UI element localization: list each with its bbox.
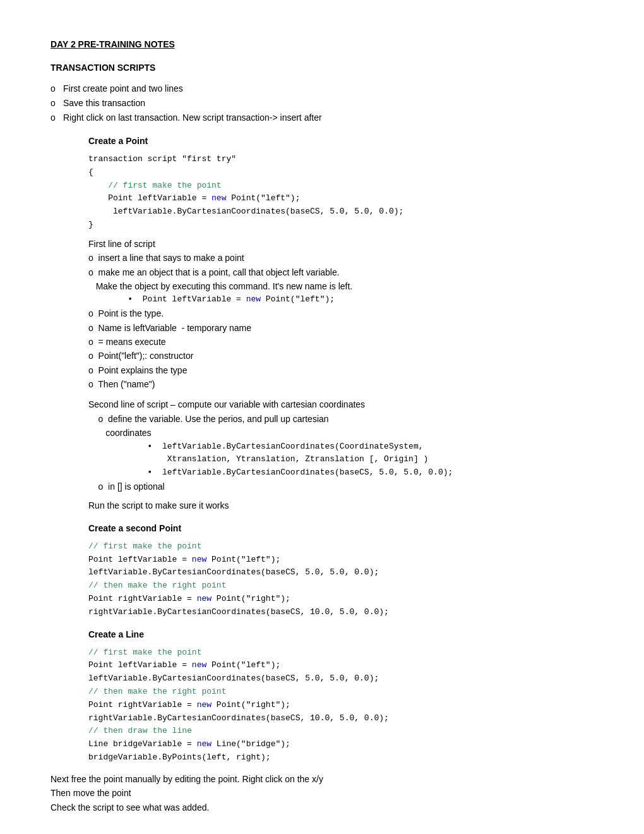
code-comment: // then make the right point: [88, 581, 226, 590]
list-item: Right click on last transaction. New scr…: [51, 111, 593, 124]
section-title: TRANSACTION SCRIPTS: [51, 61, 593, 75]
prose-line: o Point explains the type: [88, 363, 593, 377]
prose-line: o in [] is optional: [88, 480, 593, 493]
code-block-3: // first make the point Point leftVariab…: [88, 646, 593, 764]
footer-line: Next free the point manually by editing …: [51, 772, 593, 786]
code-comment: // first make the point: [88, 648, 201, 657]
code-line: Point leftVariable = new Point("left");: [88, 660, 280, 670]
page-title: DAY 2 PRE-TRAINING NOTES: [51, 38, 593, 51]
prose-line: coordinates: [88, 426, 593, 440]
prose-line: ▪ Point leftVariable = new Point("left")…: [88, 293, 593, 306]
prose-line: o Name is leftVariable - temporary name: [88, 321, 593, 335]
code-line: rightVariable.ByCartesianCoordinates(bas…: [88, 713, 389, 723]
prose-block-2: Second line of script – compute our vari…: [88, 397, 593, 493]
footer-line: Check the script to see what was added.: [51, 801, 593, 814]
prose-line: o insert a line that says to make a poin…: [88, 251, 593, 265]
prose-line: Xtranslation, Ytranslation, Ztranslation…: [88, 453, 593, 466]
prose-line: o = means execute: [88, 335, 593, 349]
prose-line: o Point is the type.: [88, 306, 593, 320]
subsection1-heading: Create a Point: [88, 135, 593, 148]
code-line: Point rightVariable = new Point("right")…: [88, 594, 290, 603]
code-block-2: // first make the point Point leftVariab…: [88, 540, 593, 619]
prose-line: o Then ("name"): [88, 377, 593, 391]
code-line: transaction script "first try": [88, 154, 236, 164]
intro-bullets: First create point and two lines Save th…: [51, 82, 593, 124]
code-line: leftVariable.ByCartesianCoordinates(base…: [88, 567, 379, 577]
list-item: Save this transaction: [51, 97, 593, 110]
subsection2-heading: Create a second Point: [88, 522, 593, 535]
run-script-text: Run the script to make sure it works: [88, 499, 593, 512]
prose-line: Make the object by executing this comman…: [88, 279, 593, 293]
code-line: Point leftVariable = new Point("left");: [88, 555, 280, 564]
code-line: // first make the point: [88, 181, 222, 190]
code-comment: // then draw the line: [88, 726, 192, 735]
list-item: First create point and two lines: [51, 82, 593, 95]
code-line: }: [88, 220, 93, 229]
code-block-1: transaction script "first try" { // firs…: [88, 153, 593, 232]
prose-line: First line of script: [88, 237, 593, 251]
prose-block-1: First line of script o insert a line tha…: [88, 237, 593, 392]
code-line: Point leftVariable = new Point("left");: [88, 193, 300, 203]
code-line: Line bridgeVariable = new Line("bridge")…: [88, 739, 290, 749]
code-line: rightVariable.ByCartesianCoordinates(bas…: [88, 607, 389, 617]
prose-line: Second line of script – compute our vari…: [88, 397, 593, 411]
code-line: leftVariable.ByCartesianCoordinates(base…: [88, 674, 379, 683]
code-line: Point rightVariable = new Point("right")…: [88, 700, 290, 710]
prose-line: ▪ leftVariable.ByCartesianCoordinates(Co…: [88, 440, 593, 454]
code-line: bridgeVariable.ByPoints(left, right);: [88, 752, 271, 762]
prose-line: o Point("left");: constructor: [88, 349, 593, 363]
code-line: {: [88, 167, 93, 177]
footer-text: Next free the point manually by editing …: [51, 772, 593, 814]
page-container: DAY 2 PRE-TRAINING NOTES TRANSACTION SCR…: [51, 38, 593, 814]
prose-line: ▪ leftVariable.ByCartesianCoordinates(ba…: [88, 466, 593, 480]
code-comment: // first make the point: [88, 541, 201, 551]
prose-line: o define the variable. Use the perios, a…: [88, 412, 593, 426]
code-line: leftVariable.ByCartesianCoordinates(base…: [88, 207, 403, 216]
subsection3-heading: Create a Line: [88, 628, 593, 641]
prose-line: o make me an object that is a point, cal…: [88, 265, 593, 279]
footer-line: Then move the point: [51, 786, 593, 800]
code-comment: // then make the right point: [88, 687, 226, 696]
